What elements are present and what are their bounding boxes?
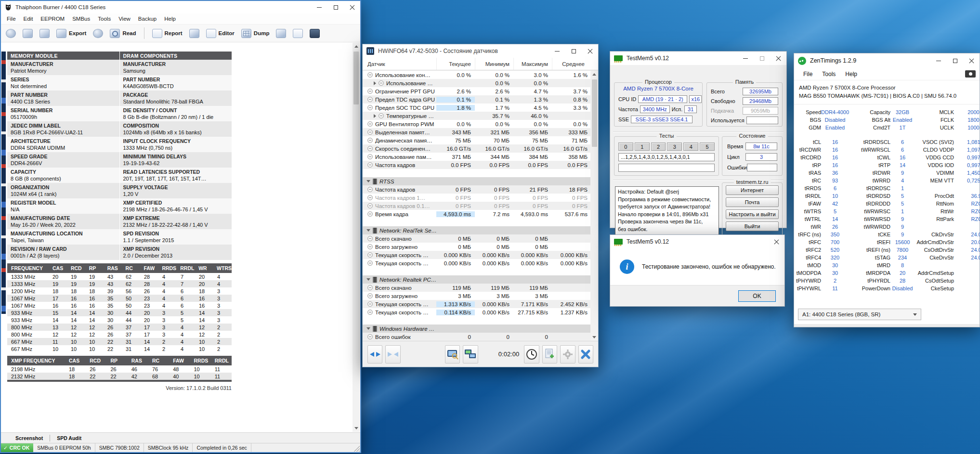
sensor-row[interactable]: Частота кадров0.0 FPS0.0 FPS0.0 FPS0.0 F… bbox=[363, 161, 590, 169]
memory-value-field[interactable] bbox=[746, 117, 778, 124]
test-button-0[interactable]: 0 bbox=[618, 143, 633, 151]
sensor-row[interactable]: Использование …0.0 %0.0 % bbox=[363, 79, 590, 87]
test-button-1[interactable]: 1 bbox=[635, 143, 650, 151]
sensor-row[interactable]: Всего загружено3 МБ3 МБ3 МБ bbox=[363, 292, 590, 300]
monitor-search-button[interactable] bbox=[445, 345, 460, 363]
memory-value-field[interactable]: 29468Mb bbox=[743, 97, 778, 105]
scroll-down-icon[interactable] bbox=[591, 334, 598, 341]
wrench-button[interactable] bbox=[187, 28, 201, 39]
sensor-column-headers[interactable]: ДатчикТекущееМинимумМаксимумСреднее bbox=[363, 58, 598, 70]
vertical-scrollbar[interactable] bbox=[353, 43, 360, 432]
sensor-row[interactable]: Использование кон…0.0 %0.0 %3.0 %1.6 % bbox=[363, 71, 590, 79]
sse-field[interactable]: SSE-3 sSSE3 SSE4.1 bbox=[631, 116, 693, 123]
maximize-button[interactable] bbox=[327, 1, 344, 13]
maximize-button[interactable] bbox=[754, 52, 770, 65]
sensor-row[interactable]: Текущая скорость …0.114 KB/s0.000 KB/s27… bbox=[363, 308, 590, 316]
test-button-3[interactable]: 3 bbox=[667, 143, 682, 151]
resize-grip[interactable] bbox=[354, 446, 360, 452]
site-button[interactable]: Интернет bbox=[726, 185, 779, 195]
column-header-4[interactable]: Среднее bbox=[552, 58, 588, 70]
sensor-row[interactable]: Текущая скорость …0.000 KB/s0.000 KB/s0.… bbox=[363, 259, 590, 267]
scroll-up-icon[interactable] bbox=[353, 43, 360, 50]
gear-button[interactable] bbox=[4, 28, 18, 39]
test-button-4[interactable]: 4 bbox=[683, 143, 698, 151]
column-header-3[interactable]: Максимум bbox=[513, 58, 552, 70]
back-forward-button[interactable] bbox=[367, 345, 382, 363]
scrollbar-thumb[interactable] bbox=[592, 79, 597, 147]
scrollbar-thumb[interactable] bbox=[353, 52, 359, 104]
open-folder-button[interactable] bbox=[21, 28, 35, 39]
column-header-0[interactable]: Датчик bbox=[363, 61, 436, 67]
close-button[interactable] bbox=[770, 52, 786, 65]
tab-screenshot[interactable]: Screenshot bbox=[9, 435, 50, 441]
state-value-field[interactable] bbox=[747, 164, 777, 171]
tab-spd-audit[interactable]: SPD Audit bbox=[50, 435, 88, 441]
sensor-row[interactable]: Ограничение PPT GPU2.6 %2.6 %4.7 %3.7 % bbox=[363, 87, 590, 95]
sensor-row[interactable]: Текущая скорость …1.313 KB/s0.000 KB/s7.… bbox=[363, 300, 590, 308]
sensor-row[interactable]: Время кадра4,593.0 ms7.2 ms4,593.0 ms537… bbox=[363, 210, 590, 218]
menu-item-view[interactable]: View bbox=[115, 16, 134, 22]
close-button[interactable] bbox=[344, 1, 360, 13]
test-button-5[interactable]: 5 bbox=[700, 143, 715, 151]
minimize-button[interactable] bbox=[311, 1, 327, 13]
state-value-field[interactable]: 3 bbox=[745, 153, 777, 161]
collapse-button[interactable] bbox=[385, 345, 400, 363]
dialog-titlebar[interactable]: TestMem5 v0.12 bbox=[610, 235, 784, 248]
cpu-multiplier-field[interactable]: x16 bbox=[689, 95, 702, 103]
testmem5-titlebar[interactable]: TestMem5 v0.12 bbox=[610, 52, 786, 65]
close-button[interactable] bbox=[963, 53, 980, 68]
lock-button[interactable] bbox=[91, 28, 105, 39]
ok-button[interactable]: OK bbox=[738, 290, 776, 302]
menu-item-edit[interactable]: Edit bbox=[20, 16, 37, 22]
site-button[interactable]: Почта bbox=[726, 197, 779, 207]
hex-button[interactable] bbox=[308, 28, 322, 39]
sensor-row[interactable]: Частота кадров 1…0 FPS0 FPS0 FPS0 FPS bbox=[363, 194, 590, 202]
settings-button[interactable] bbox=[560, 345, 575, 363]
state-value-field[interactable]: 8м 11с bbox=[745, 143, 777, 150]
thaiphoon-titlebar[interactable]: Thaiphoon Burner / 4400 C18 Series bbox=[1, 1, 360, 13]
sensor-row[interactable]: Частота кадров 0.1…0 FPS0 FPS0 FPS0 FPS bbox=[363, 202, 590, 210]
read-button[interactable]: Read bbox=[108, 28, 138, 39]
screenshot-camera-icon[interactable] bbox=[965, 70, 976, 78]
test-button-2[interactable]: 2 bbox=[651, 143, 666, 151]
memory-value-field[interactable]: 32695Mb bbox=[743, 88, 778, 95]
menu-item-file[interactable]: File bbox=[799, 71, 817, 78]
column-header-2[interactable]: Минимум bbox=[475, 58, 513, 70]
menu-item-smbus[interactable]: SMBus bbox=[68, 16, 94, 22]
close-button[interactable] bbox=[768, 235, 784, 248]
cpu-freq-field[interactable]: 3400 MHz bbox=[640, 105, 670, 113]
zentimings-titlebar[interactable]: ZenTimings 1.2.9 bbox=[794, 53, 980, 68]
add-report-button[interactable] bbox=[542, 345, 557, 363]
minimize-button[interactable] bbox=[930, 53, 947, 68]
menu-item-file[interactable]: File bbox=[3, 16, 20, 22]
column-header-1[interactable]: Текущее bbox=[436, 58, 475, 70]
menu-item-tools[interactable]: Tools bbox=[818, 71, 840, 78]
cpu-usage-field[interactable]: 31 bbox=[684, 105, 697, 113]
sensor-row[interactable]: Всего скачано119 МБ119 МБ119 МБ bbox=[363, 284, 590, 292]
sensor-row[interactable]: Всего загружено0 МБ0 МБ0 МБ bbox=[363, 243, 590, 251]
clock-button[interactable] bbox=[524, 345, 539, 363]
sensor-row[interactable]: GPU Вентилятор PWM0.0 %0.0 %0.0 %0.0 % bbox=[363, 120, 590, 128]
vertical-scrollbar[interactable] bbox=[590, 71, 598, 341]
maximize-button[interactable] bbox=[947, 53, 963, 68]
sensor-section-row[interactable]: RTSS bbox=[363, 177, 590, 185]
site-button[interactable]: Настроить и выйти bbox=[726, 209, 779, 219]
editor-button[interactable]: Editor bbox=[204, 28, 236, 39]
copy-button[interactable] bbox=[291, 28, 305, 39]
minimize-button[interactable] bbox=[549, 44, 565, 58]
scroll-up-icon[interactable] bbox=[591, 71, 598, 78]
menu-item-backup[interactable]: Backup bbox=[134, 16, 160, 22]
sensor-row[interactable]: Предел TDC ядра GPU0.1 %0.1 %1.3 %0.8 % bbox=[363, 95, 590, 104]
save-button[interactable] bbox=[38, 28, 52, 39]
sensor-row[interactable]: Предел SOC TDC GPU1.8 %1.7 %4.5 %3.3 % bbox=[363, 104, 590, 112]
menu-item-tools[interactable]: Tools bbox=[94, 16, 115, 22]
maximize-button[interactable] bbox=[565, 44, 582, 58]
dimm-selector-dropdown[interactable]: A1: 4400 C18 Series (8GB, SR) bbox=[798, 309, 921, 320]
chevron-down-icon[interactable] bbox=[366, 229, 370, 232]
chevron-right-icon[interactable] bbox=[374, 114, 376, 118]
menu-item-help[interactable]: Help bbox=[160, 16, 180, 22]
sensor-section-row[interactable]: Windows Hardware … bbox=[363, 324, 590, 333]
sensor-row[interactable]: Частота кадров0 FPS0 FPS21 FPS18 FPS bbox=[363, 185, 590, 194]
sensor-row[interactable]: Текущая скорость …0.000 KB/s0.000 KB/s0.… bbox=[363, 251, 590, 259]
memory-value-field[interactable]: 9059Mb bbox=[743, 107, 778, 115]
